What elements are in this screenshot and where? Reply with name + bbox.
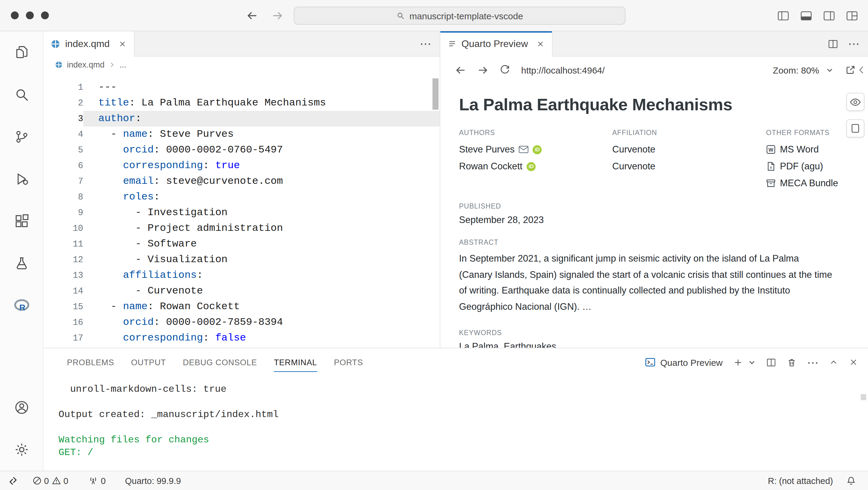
code-editor[interactable]: 1---2title: La Palma Earthquake Mechanis… xyxy=(43,72,440,348)
activity-search[interactable] xyxy=(0,73,43,116)
format-link[interactable]: WMS Word xyxy=(766,141,850,158)
errors-icon xyxy=(33,476,42,485)
command-center-text: manuscript-template-vscode xyxy=(409,10,523,21)
toggle-sidebar-left-button[interactable] xyxy=(777,9,789,22)
toggle-panel-button[interactable] xyxy=(800,9,812,22)
preview-url-input[interactable]: http://localhost:4964/ xyxy=(521,65,605,75)
terminal-scrollbar[interactable] xyxy=(861,394,866,400)
preview-refresh-button[interactable] xyxy=(499,64,510,75)
activity-accounts[interactable] xyxy=(0,386,43,428)
preview-forward-button[interactable] xyxy=(477,64,489,76)
line-number: 9 xyxy=(43,205,83,221)
editor-more-actions-button[interactable]: ⋯ xyxy=(420,38,431,50)
kill-terminal-button[interactable] xyxy=(786,357,797,367)
quarto-version-status[interactable]: Quarto: 99.9.9 xyxy=(120,471,185,490)
r-session-status[interactable]: R: (not attached) xyxy=(763,476,838,486)
split-editor-icon[interactable] xyxy=(828,38,838,49)
minimize-window-button[interactable] xyxy=(26,11,34,19)
code-line[interactable]: 6 corresponding: true xyxy=(43,158,440,173)
activity-r-extension[interactable]: R xyxy=(0,285,43,327)
split-terminal-button[interactable] xyxy=(766,357,776,367)
activity-run-debug[interactable] xyxy=(0,158,43,200)
code-line[interactable]: 3author: xyxy=(43,111,440,127)
warnings-icon xyxy=(52,476,61,485)
code-line[interactable]: 12 - Visualization xyxy=(43,252,440,268)
close-tab-icon[interactable] xyxy=(118,39,127,48)
editor-scrollbar-thumb[interactable] xyxy=(433,78,438,110)
history-forward-button[interactable] xyxy=(272,10,283,22)
history-back-button[interactable] xyxy=(246,10,258,22)
activity-testing[interactable] xyxy=(0,242,43,285)
preview-group: Quarto Preview ⋯ xyxy=(440,31,868,348)
ports-status-button[interactable]: 0 xyxy=(84,471,111,490)
chevron-down-icon[interactable] xyxy=(826,66,834,74)
toggle-sidebar-right-button[interactable] xyxy=(823,9,835,22)
remote-indicator-button[interactable] xyxy=(0,471,28,490)
code-line[interactable]: 13 affiliations: xyxy=(43,268,440,283)
maximize-window-button[interactable] xyxy=(41,11,49,19)
code-line[interactable]: 9 - Investigation xyxy=(43,205,440,221)
format-label: PDF (agu) xyxy=(780,161,823,172)
collapse-panel-chevron-icon[interactable] xyxy=(858,65,865,75)
line-number: 14 xyxy=(43,283,83,299)
activity-explorer[interactable] xyxy=(0,31,43,73)
panel-tab-output[interactable]: OUTPUT xyxy=(122,348,174,376)
activity-extensions[interactable] xyxy=(0,200,43,242)
terminal-dropdown-chevron-icon[interactable] xyxy=(748,358,756,366)
activity-settings[interactable] xyxy=(0,428,43,471)
format-link[interactable]: MECA Bundle xyxy=(766,175,850,192)
terminal-output[interactable]: unroll-markdown-cells: true Output creat… xyxy=(43,376,868,471)
breadcrumb-more[interactable]: ... xyxy=(120,60,127,69)
code-line[interactable]: 11 - Software xyxy=(43,236,440,252)
code-line[interactable]: 8 roles: xyxy=(43,189,440,205)
panel-tab-terminal[interactable]: TERMINAL xyxy=(266,348,326,376)
panel-tab-ports[interactable]: PORTS xyxy=(326,348,372,376)
maximize-panel-chevron-icon[interactable] xyxy=(829,357,838,367)
preview-more-actions-button[interactable]: ⋯ xyxy=(848,38,860,50)
activity-source-control[interactable] xyxy=(0,116,43,158)
zoom-select[interactable]: Zoom: 80% xyxy=(773,65,819,75)
preview-visibility-button[interactable] xyxy=(846,93,864,111)
notifications-button[interactable] xyxy=(841,476,861,486)
quarto-file-icon xyxy=(51,39,60,48)
code-line-text: title: La Palma Earthquake Mechanisms xyxy=(83,95,440,111)
open-external-button[interactable] xyxy=(845,64,856,75)
code-line[interactable]: 10 - Project administration xyxy=(43,221,440,236)
terminal-instance-select[interactable]: Quarto Preview xyxy=(645,357,723,368)
code-line[interactable]: 14 - Curvenote xyxy=(43,283,440,299)
close-tab-icon[interactable] xyxy=(536,39,545,48)
preview-note-button[interactable] xyxy=(846,119,864,137)
code-line[interactable]: 5 orcid: 0000-0002-0760-5497 xyxy=(43,142,440,158)
orcid-icon[interactable]: iD xyxy=(533,145,542,154)
format-link[interactable]: APDF (agu) xyxy=(766,158,850,175)
code-line[interactable]: 1--- xyxy=(43,79,440,95)
panel-more-actions-button[interactable]: ⋯ xyxy=(807,357,818,368)
problems-status-button[interactable]: 0 0 xyxy=(28,471,73,490)
code-line-text: - name: Steve Purves xyxy=(83,127,440,142)
affiliation-item: Curvenote xyxy=(612,158,766,175)
preview-toolbar: http://localhost:4964/ Zoom: 80% xyxy=(440,57,868,83)
line-number: 7 xyxy=(43,173,83,189)
tab-quarto-preview[interactable]: Quarto Preview xyxy=(440,31,553,57)
email-icon[interactable] xyxy=(519,146,528,153)
preview-tabstrip: Quarto Preview ⋯ xyxy=(440,31,868,57)
new-terminal-button[interactable] xyxy=(733,357,743,367)
command-center-search[interactable]: manuscript-template-vscode xyxy=(294,7,625,25)
code-line[interactable]: 15 - name: Rowan Cockett xyxy=(43,299,440,315)
tab-index-qmd[interactable]: index.qmd xyxy=(43,31,134,57)
close-panel-button[interactable] xyxy=(849,357,858,367)
code-line[interactable]: 16 orcid: 0000-0002-7859-8394 xyxy=(43,315,440,330)
orcid-icon[interactable]: iD xyxy=(527,162,536,171)
preview-back-button[interactable] xyxy=(455,64,466,76)
breadcrumb-file[interactable]: index.qmd xyxy=(67,60,105,69)
close-window-button[interactable] xyxy=(11,11,19,19)
code-line[interactable]: 17 corresponding: false xyxy=(43,330,440,346)
panel-tab-debug-console[interactable]: DEBUG CONSOLE xyxy=(174,348,266,376)
code-line[interactable]: 2title: La Palma Earthquake Mechanisms xyxy=(43,95,440,111)
panel-tab-problems[interactable]: PROBLEMS xyxy=(59,348,122,376)
code-line-text: orcid: 0000-0002-7859-8394 xyxy=(83,315,440,330)
code-line[interactable]: 7 email: steve@curvenote.com xyxy=(43,173,440,189)
code-line[interactable]: 4 - name: Steve Purves xyxy=(43,127,440,142)
customize-layout-button[interactable] xyxy=(846,9,858,22)
published-label: PUBLISHED xyxy=(459,202,844,210)
